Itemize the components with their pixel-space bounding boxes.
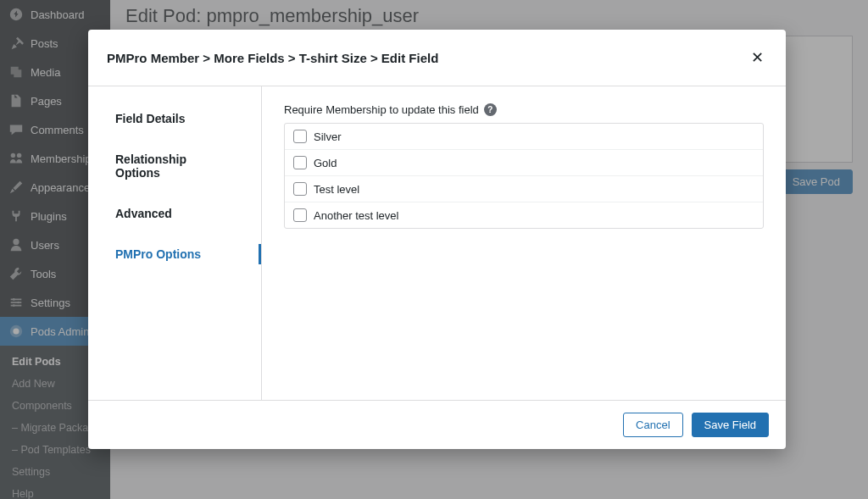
help-icon[interactable]: ? (484, 103, 497, 116)
membership-checkbox-list: Silver Gold Test level Another test leve… (284, 123, 764, 229)
checkbox-another-test-level[interactable]: Another test level (285, 202, 763, 228)
breadcrumb: PMPro Member > More Fields > T-shirt Siz… (107, 51, 438, 65)
checkbox-label: Gold (314, 157, 337, 169)
save-field-button[interactable]: Save Field (692, 413, 769, 437)
checkbox-label: Silver (314, 130, 342, 143)
modal-overlay[interactable]: PMPro Member > More Fields > T-shirt Siz… (0, 0, 868, 499)
tab-relationship-options[interactable]: Relationship Options (88, 144, 261, 188)
modal-footer: Cancel Save Field (88, 400, 786, 449)
cancel-button[interactable]: Cancel (623, 413, 682, 437)
checkbox-gold[interactable]: Gold (285, 150, 763, 176)
modal-header: PMPro Member > More Fields > T-shirt Siz… (88, 30, 786, 86)
checkbox-input[interactable] (293, 130, 307, 143)
checkbox-label: Test level (314, 183, 359, 196)
modal-content: Require Membership to update this field … (262, 86, 786, 400)
checkbox-input[interactable] (293, 208, 307, 222)
field-label: Require Membership to update this field … (284, 103, 764, 116)
close-icon[interactable]: ✕ (748, 45, 767, 70)
modal-tab-list: Field Details Relationship Options Advan… (88, 86, 262, 400)
checkbox-silver[interactable]: Silver (285, 124, 763, 150)
tab-advanced[interactable]: Advanced (88, 198, 261, 229)
checkbox-input[interactable] (293, 156, 307, 169)
checkbox-label: Another test level (314, 209, 398, 222)
tab-pmpro-options[interactable]: PMPro Options (88, 239, 261, 269)
tab-field-details[interactable]: Field Details (88, 103, 261, 134)
checkbox-test-level[interactable]: Test level (285, 176, 763, 202)
edit-field-modal: PMPro Member > More Fields > T-shirt Siz… (88, 30, 786, 449)
checkbox-input[interactable] (293, 182, 307, 196)
